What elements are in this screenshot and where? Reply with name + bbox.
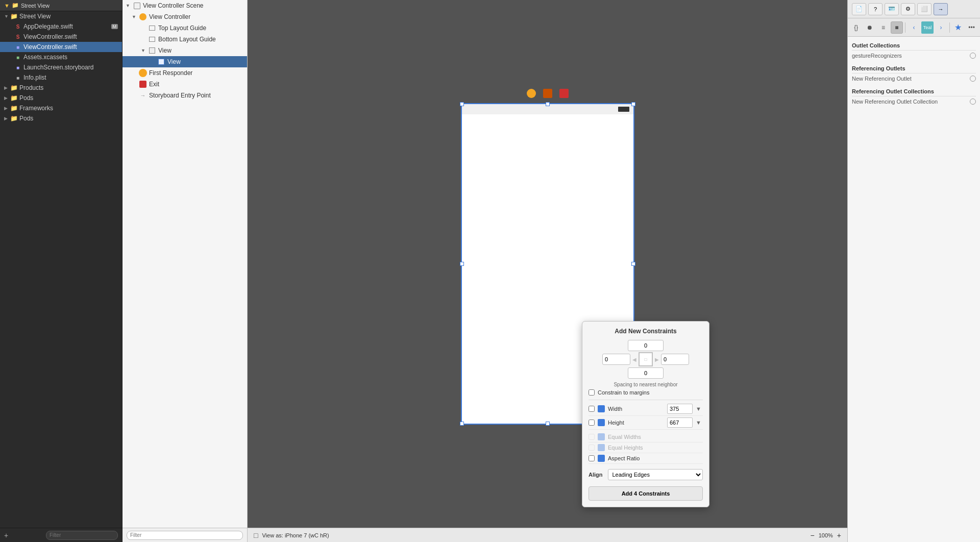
canvas-content[interactable]: Add New Constraints ◀ □ ▶ — [248, 0, 847, 528]
dots-btn[interactable]: ••• — [965, 21, 978, 34]
referencing-outlets-header: Referencing Outlets — [852, 64, 976, 73]
vc-orange-icon[interactable] — [543, 89, 552, 98]
width-dropdown-arrow[interactable]: ▼ — [696, 406, 703, 412]
referencing-outlet-collections-header: Referencing Outlet Collections — [852, 87, 976, 96]
constraint-left-input[interactable] — [602, 354, 630, 365]
chevron-right-btn[interactable]: › — [935, 21, 947, 34]
star-btn[interactable]: ★ — [952, 21, 965, 34]
vc-yellow-icon[interactable] — [527, 89, 536, 98]
outlet-collections-header: Outlet Collections — [852, 41, 976, 51]
sidebar-item-appdelegate[interactable]: S AppDelegate.swift M — [0, 21, 122, 32]
height-value-input[interactable] — [667, 417, 693, 428]
size-inspector-btn[interactable]: ⬜ — [917, 3, 932, 15]
resize-handle-bc[interactable] — [546, 422, 550, 426]
gesture-recognizers-label: gestureRecognizers — [852, 53, 902, 59]
attributes-inspector-btn[interactable]: ⚙ — [901, 3, 915, 15]
outline-item-label: First Responder — [149, 69, 192, 77]
outline-bottom-layout[interactable]: ▶ Bottom Layout Guide — [122, 34, 247, 45]
outlet-circle[interactable] — [970, 98, 976, 105]
battery-icon — [618, 107, 629, 112]
sidebar-item-viewcontroller[interactable]: S ViewController.swift — [0, 32, 122, 42]
height-constraint-icon — [598, 419, 605, 426]
sidebar-item-label: Street View — [19, 13, 51, 20]
equal-heights-checkbox[interactable] — [589, 445, 595, 451]
no-disc: ▶ — [141, 37, 147, 42]
sidebar-item-main-storyboard[interactable]: ■ ViewController.swift — [0, 42, 122, 52]
layout-guide-icon — [148, 35, 156, 43]
tool-btn-3[interactable]: ≡ — [877, 21, 890, 34]
tool-btn-4[interactable]: ■ — [891, 21, 903, 34]
outlet-circle[interactable] — [970, 76, 976, 82]
outline-item-label: Storyboard Entry Point — [149, 92, 211, 99]
star-icon: ★ — [954, 22, 962, 32]
align-select[interactable]: Leading Edges Trailing Edges Top Edges B… — [608, 469, 703, 480]
outline-view-child[interactable]: ▶ View — [122, 56, 247, 67]
folder-icon: 📁 — [10, 13, 17, 20]
sidebar-filter-input[interactable] — [46, 531, 118, 540]
sidebar-item-launchscreen[interactable]: ■ LaunchScreen.storyboard — [0, 62, 122, 72]
view-icon — [157, 58, 165, 66]
outline-first-responder[interactable]: ▶ First Responder — [122, 67, 247, 79]
height-dropdown-arrow[interactable]: ▼ — [696, 420, 703, 426]
resize-handle-tl[interactable] — [460, 102, 464, 106]
file-inspector-btn[interactable]: 📄 — [852, 3, 866, 15]
outline-exit[interactable]: ▶ Exit — [122, 79, 247, 90]
view-icon — [148, 46, 156, 55]
disclosure-triangle[interactable]: ▼ — [4, 3, 10, 9]
constrain-margins-checkbox[interactable] — [589, 389, 595, 396]
sidebar-group-products[interactable]: ▶ 📁 Products — [0, 83, 122, 93]
width-checkbox[interactable] — [589, 406, 595, 412]
outline-vc[interactable]: ▼ View Controller — [122, 11, 247, 22]
resize-handle-tr[interactable] — [631, 102, 635, 106]
resize-handle-bl[interactable] — [460, 422, 464, 426]
constraint-bottom-input[interactable] — [628, 367, 664, 379]
zoom-out-button[interactable]: − — [810, 531, 814, 539]
sidebar-item-label: Info.plist — [23, 74, 46, 81]
sidebar-group-frameworks[interactable]: ▶ 📁 Frameworks — [0, 103, 122, 113]
align-label: Align — [589, 472, 603, 478]
equal-widths-icon — [598, 433, 605, 440]
canvas-area: Add New Constraints ◀ □ ▶ — [248, 0, 847, 542]
sidebar-group-pods[interactable]: ▶ 📁 Pods — [0, 93, 122, 103]
add-constraints-button[interactable]: Add 4 Constraints — [589, 486, 703, 501]
zoom-in-button[interactable]: + — [837, 531, 841, 539]
outlet-circle[interactable] — [970, 53, 976, 59]
quick-help-btn[interactable]: ? — [868, 3, 883, 15]
outline-view-parent[interactable]: ▼ View — [122, 45, 247, 56]
resize-handle-tc[interactable] — [546, 102, 550, 106]
outline-top-layout[interactable]: ▶ Top Layout Guide — [122, 22, 247, 34]
chevron-left-btn[interactable]: ‹ — [908, 21, 920, 34]
identity-inspector-btn[interactable]: 🪪 — [885, 3, 899, 15]
aspect-ratio-checkbox[interactable] — [589, 455, 595, 461]
constraint-right-input[interactable] — [661, 354, 689, 365]
vc-red-icon[interactable] — [559, 89, 569, 98]
constraint-top-input[interactable] — [628, 340, 664, 351]
height-checkbox[interactable] — [589, 420, 595, 426]
outline-item-label: View Controller Scene — [143, 2, 204, 9]
resize-handle-mr[interactable] — [631, 262, 635, 266]
outline-item-label: View — [158, 47, 172, 54]
tool-btn-2[interactable]: ⏺ — [864, 21, 876, 34]
sidebar-item-infoplist[interactable]: ■ Info.plist — [0, 72, 122, 83]
outline-item-label: View Controller — [149, 13, 190, 20]
width-value-input[interactable] — [667, 404, 693, 414]
equal-widths-checkbox[interactable] — [589, 434, 595, 440]
plist-icon: ■ — [14, 74, 21, 81]
teal-btn[interactable]: Teal — [921, 21, 934, 34]
outline-vc-scene[interactable]: ▼ View Controller Scene — [122, 0, 247, 11]
exit-icon — [139, 80, 147, 88]
add-file-button[interactable]: + — [4, 531, 8, 539]
outline-storyboard-entry[interactable]: ▶ → Storyboard Entry Point — [122, 90, 247, 101]
outline-filter-input[interactable] — [127, 531, 243, 540]
sidebar-group-pods2[interactable]: ▶ 📁 Pods — [0, 113, 122, 124]
sidebar-item-label: ViewController.swift — [23, 33, 77, 40]
disclosure-icon: ▼ — [132, 14, 138, 19]
constraint-center-box: □ — [639, 352, 653, 366]
sidebar-item-assets[interactable]: ■ Assets.xcassets — [0, 52, 122, 62]
resize-handle-ml[interactable] — [460, 262, 464, 266]
disclosure-icon: ▼ — [126, 3, 132, 8]
tool-btn-1[interactable]: {} — [850, 21, 863, 34]
aspect-ratio-row: Aspect Ratio — [589, 453, 703, 464]
connections-inspector-btn[interactable]: → — [934, 3, 948, 15]
sidebar-group-street-view[interactable]: ▼ 📁 Street View — [0, 11, 122, 21]
